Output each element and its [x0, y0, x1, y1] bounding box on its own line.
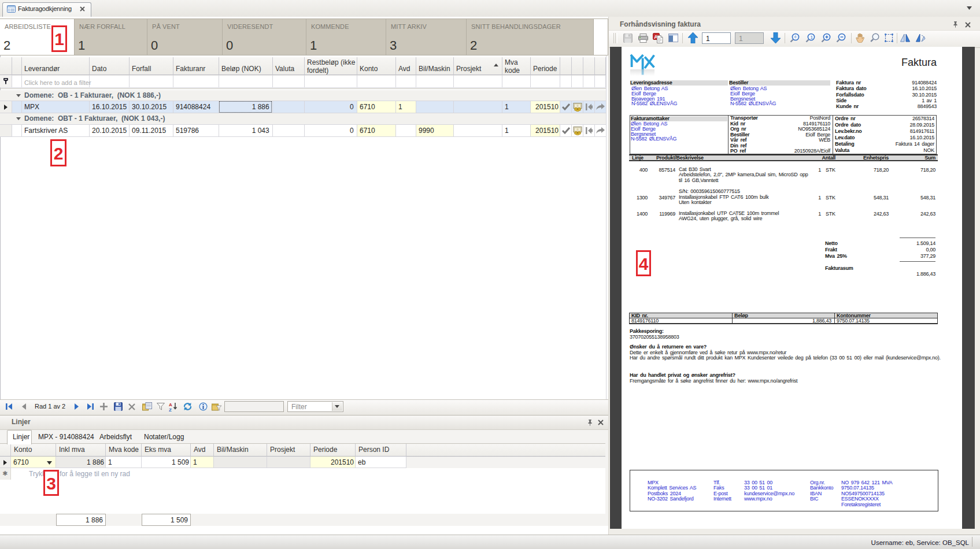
svg-text:1: 1 — [810, 35, 813, 40]
svg-text:Z: Z — [169, 407, 172, 412]
